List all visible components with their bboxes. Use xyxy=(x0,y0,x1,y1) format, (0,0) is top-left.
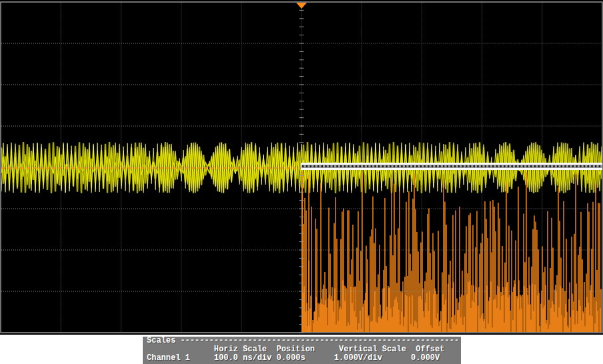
oscilloscope-window: Scales ---------------------------------… xyxy=(0,0,603,364)
clipped-white-trace xyxy=(301,163,602,170)
scales-channel1-line: Channel 1 100.0 ns/div 0.000s 1.000V/div… xyxy=(143,354,461,363)
oscilloscope-screen xyxy=(0,0,603,335)
scales-panel: Scales ---------------------------------… xyxy=(143,337,461,364)
